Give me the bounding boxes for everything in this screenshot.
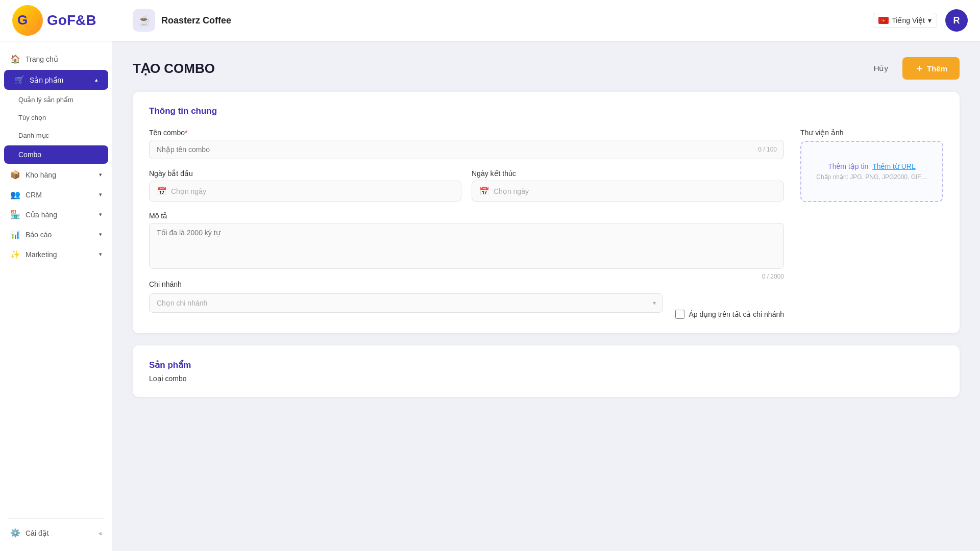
branch-select[interactable]: Chọn chi nhánh — [149, 293, 663, 313]
start-date-group: Ngày bắt đầu 📅 Chọn ngày — [149, 169, 461, 202]
apply-all-group: Áp dụng trên tất cả chi nhánh — [675, 293, 784, 319]
required-star: * — [185, 129, 187, 137]
description-label: Mô tả — [149, 212, 784, 220]
marketing-chevron-icon: ▾ — [99, 251, 102, 258]
description-input[interactable] — [149, 223, 784, 269]
combo-name-group: Tên combo* 0 / 100 — [149, 129, 784, 159]
branch-select-wrapper: Chọn chi nhánh ▾ — [149, 293, 663, 313]
crm-chevron-icon: ▾ — [99, 191, 102, 198]
marketing-icon: ✨ — [10, 249, 20, 259]
branch-label: Chi nhánh — [149, 280, 784, 288]
combo-type-label: Loại combo — [149, 374, 943, 383]
apply-all-label: Áp dụng trên tất cả chi nhánh — [689, 310, 784, 318]
general-info-title: Thông tin chung — [149, 106, 943, 116]
home-icon: 🏠 — [10, 54, 20, 64]
sidebar-bottom: ⚙️ Cài đặt « — [0, 514, 112, 543]
sidebar-item-bao-cao[interactable]: 📊 Báo cáo ▾ — [0, 224, 112, 244]
sidebar-label-cai-dat: Cài đặt — [26, 529, 94, 537]
header-actions: Hủy ＋ Thêm — [866, 57, 960, 80]
lang-label: Tiếng Việt — [892, 16, 925, 24]
start-date-input[interactable]: 📅 Chọn ngày — [149, 181, 461, 202]
collapse-icon[interactable]: « — [99, 530, 102, 536]
sidebar: 🏠 Trang chủ 🛒 Sản phẩm ▴ Quản lý sản phẩ… — [0, 41, 112, 551]
settings-icon: ⚙️ — [10, 528, 20, 538]
start-date-placeholder: Chọn ngày — [171, 187, 206, 195]
combo-name-input[interactable] — [149, 140, 784, 159]
logo-text: GoF&B — [47, 12, 96, 29]
cua-hang-chevron-icon: ▾ — [99, 211, 102, 218]
description-group: Mô tả 0 / 2000 — [149, 212, 784, 280]
sidebar-divider — [8, 518, 104, 519]
brand-name: Roasterz Coffee — [161, 15, 231, 26]
apply-all-checkbox[interactable] — [675, 310, 684, 319]
sidebar-item-quan-ly-san-pham[interactable]: Quản lý sản phẩm — [0, 91, 112, 109]
sidebar-item-cai-dat[interactable]: ⚙️ Cài đặt « — [0, 523, 112, 543]
language-selector[interactable]: 🇻🇳 Tiếng Việt ▾ — [873, 13, 937, 28]
upload-url-link[interactable]: Thêm từ URL — [872, 162, 915, 170]
description-wrapper: 0 / 2000 — [149, 223, 784, 280]
warehouse-icon: 📦 — [10, 170, 20, 180]
sidebar-item-trang-chu[interactable]: 🏠 Trang chủ — [0, 49, 112, 69]
brand-icon: ☕ — [133, 9, 155, 32]
sidebar-item-kho-hang[interactable]: 📦 Kho hàng ▾ — [0, 165, 112, 185]
end-date-calendar-icon: 📅 — [479, 186, 489, 196]
end-date-input[interactable]: 📅 Chọn ngày — [472, 181, 784, 202]
sidebar-label-quan-ly: Quản lý sản phẩm — [18, 96, 102, 104]
product-icon: 🛒 — [14, 75, 24, 85]
sidebar-label-kho-hang: Kho hàng — [26, 171, 94, 179]
crm-icon: 👥 — [10, 190, 20, 199]
image-section: Tên combo* 0 / 100 Ngày bắt đầu 📅 — [149, 129, 943, 319]
sidebar-item-san-pham[interactable]: 🛒 Sản phẩm ▴ — [4, 70, 108, 90]
image-upload-box[interactable]: Thêm tập tin Thêm từ URL Chấp nhận: JPG,… — [800, 141, 943, 202]
sidebar-item-marketing[interactable]: ✨ Marketing ▾ — [0, 244, 112, 264]
sidebar-label-san-pham: Sản phẩm — [30, 76, 90, 84]
products-title: Sản phẩm — [149, 360, 943, 370]
sidebar-item-cua-hang[interactable]: 🏪 Cửa hàng ▾ — [0, 205, 112, 224]
description-counter: 0 / 2000 — [149, 273, 784, 280]
image-library: Thư viện ảnh Thêm tập tin Thêm từ URL Ch… — [800, 129, 943, 202]
upload-file-link[interactable]: Thêm tập tin — [828, 162, 868, 170]
sidebar-label-combo: Combo — [18, 151, 98, 159]
sidebar-label-marketing: Marketing — [26, 251, 94, 259]
end-date-group: Ngày kết thúc 📅 Chọn ngày — [472, 169, 784, 202]
start-date-label: Ngày bắt đầu — [149, 169, 461, 178]
sidebar-label-bao-cao: Báo cáo — [26, 231, 94, 239]
cancel-button[interactable]: Hủy — [866, 60, 896, 77]
sidebar-label-cua-hang: Cửa hàng — [26, 211, 94, 219]
upload-hint: Chấp nhận: JPG, PNG, JPG2000, GIF.... — [816, 173, 927, 181]
topbar: G GoF&B ☕ Roasterz Coffee 🇻🇳 Tiếng Việt … — [0, 0, 980, 41]
lang-chevron-icon: ▾ — [928, 16, 932, 24]
branch-group: Chi nhánh Chọn chi nhánh ▾ — [149, 280, 784, 319]
add-button-label: Thêm — [927, 64, 947, 73]
store-icon: 🏪 — [10, 210, 20, 219]
combo-name-input-wrapper: 0 / 100 — [149, 140, 784, 159]
end-date-label: Ngày kết thúc — [472, 169, 784, 178]
svg-text:G: G — [17, 12, 28, 28]
sidebar-item-danh-muc[interactable]: Danh mục — [0, 127, 112, 144]
sidebar-label-danh-muc: Danh mục — [18, 132, 102, 139]
dates-row: Ngày bắt đầu 📅 Chọn ngày Ngày kết thúc 📅… — [149, 169, 784, 202]
topbar-right: 🇻🇳 Tiếng Việt ▾ R — [873, 9, 968, 32]
avatar[interactable]: R — [945, 9, 968, 32]
sidebar-label-tuy-chon: Tùy chọn — [18, 114, 102, 121]
main-content: TẠO COMBO Hủy ＋ Thêm Thông tin chung Tên… — [112, 41, 980, 551]
combo-name-counter: 0 / 100 — [758, 146, 777, 153]
logo-area: G GoF&B — [12, 5, 125, 36]
page-title: TẠO COMBO — [133, 61, 215, 77]
branch-row: Chọn chi nhánh ▾ Áp dụng trên tất cả chi… — [149, 293, 784, 319]
sidebar-item-tuy-chon[interactable]: Tùy chọn — [0, 109, 112, 127]
report-icon: 📊 — [10, 230, 20, 239]
sidebar-item-crm[interactable]: 👥 CRM ▾ — [0, 185, 112, 205]
kho-hang-chevron-icon: ▾ — [99, 171, 102, 178]
start-date-calendar-icon: 📅 — [157, 186, 167, 196]
page-header: TẠO COMBO Hủy ＋ Thêm — [133, 57, 960, 80]
add-plus-icon: ＋ — [915, 62, 924, 74]
sidebar-label-trang-chu: Trang chủ — [26, 55, 102, 63]
sidebar-label-crm: CRM — [26, 191, 94, 199]
bao-cao-chevron-icon: ▾ — [99, 231, 102, 238]
general-info-card: Thông tin chung Tên combo* 0 / 100 — [133, 92, 960, 333]
upload-actions: Thêm tập tin Thêm từ URL — [828, 162, 916, 170]
sidebar-item-combo[interactable]: Combo — [4, 145, 108, 164]
add-button[interactable]: ＋ Thêm — [902, 57, 960, 80]
image-library-label: Thư viện ảnh — [800, 129, 943, 137]
